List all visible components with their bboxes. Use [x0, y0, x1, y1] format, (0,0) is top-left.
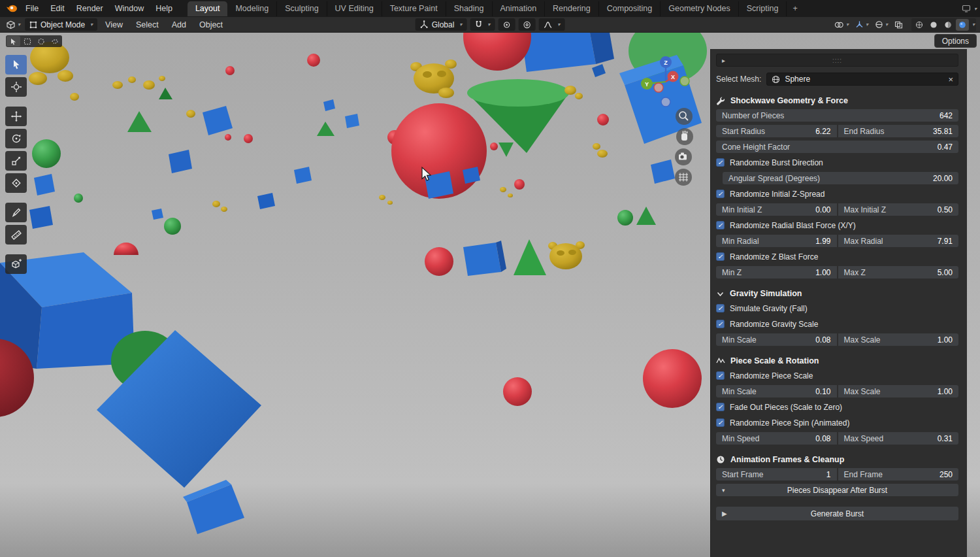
green-sphere[interactable] [32, 139, 61, 168]
menu-select[interactable]: Select [131, 20, 164, 29]
section-header-gravity[interactable]: Gravity Simulation [716, 289, 958, 298]
generate-burst-button[interactable]: ▶ Generate Burst [716, 507, 958, 520]
tab-shading[interactable]: Shading [446, 1, 493, 16]
checkbox-randomize-z-blast[interactable]: ✓ Randomize Z Blast Force [716, 250, 958, 263]
collapsed-panel-header[interactable]: ▸ :::: [716, 54, 958, 67]
add-workspace-button[interactable]: + [787, 1, 803, 16]
tab-texture-paint[interactable]: Texture Paint [382, 1, 446, 16]
shading-wireframe-button[interactable] [913, 19, 926, 31]
xray-toggle[interactable] [892, 20, 905, 30]
pieces-disappear-button[interactable]: ▾ Pieces Disappear After Burst [716, 484, 958, 496]
field-gravity-max-scale[interactable]: Max Scale 1.00 [838, 333, 959, 346]
menu-add[interactable]: Add [167, 20, 191, 29]
transform-tool[interactable] [5, 173, 27, 193]
snap-target-toggle[interactable] [498, 18, 515, 31]
select-mode-box[interactable] [20, 36, 34, 46]
select-mesh-dropdown[interactable]: Sphere × [766, 73, 958, 86]
field-min-speed[interactable]: Min Speed 0.08 [716, 432, 837, 445]
tab-uv-editing[interactable]: UV Editing [327, 1, 382, 16]
field-max-radial[interactable]: Max Radial 7.91 [838, 235, 959, 247]
editor-type-button[interactable]: ▾ [4, 19, 22, 31]
pan-icon[interactable] [676, 128, 693, 145]
shading-material-button[interactable] [941, 19, 955, 31]
options-button[interactable]: Options [934, 34, 977, 48]
shading-solid-button[interactable] [927, 19, 940, 31]
select-mode-circle[interactable] [34, 36, 48, 46]
checkbox-randomize-radial-blast[interactable]: ✓ Randomize Radial Blast Force (X/Y) [716, 219, 958, 231]
tab-compositing[interactable]: Compositing [599, 1, 661, 16]
annotate-tool[interactable] [5, 203, 27, 222]
menu-render[interactable]: Render [71, 0, 109, 17]
field-cone-height-factor[interactable]: Cone Height Factor 0.47 [716, 141, 958, 153]
menu-object[interactable]: Object [194, 20, 228, 29]
field-min-radial[interactable]: Min Radial 1.99 [716, 235, 837, 247]
select-mode-tweak[interactable] [7, 36, 20, 46]
field-gravity-scale-pair: Min Scale 0.08 Max Scale 1.00 [716, 333, 958, 346]
checkbox-randomize-piece-spin[interactable]: ✓ Randomize Piece Spin (Animated) [716, 416, 958, 429]
field-end-radius[interactable]: End Radius 35.81 [838, 125, 959, 137]
visibility-dropdown[interactable]: ▾ [832, 20, 851, 30]
field-angular-spread[interactable]: Angular Spread (Degrees) 20.00 [723, 172, 958, 184]
section-header-animation[interactable]: Animation Frames & Cleanup [716, 455, 958, 464]
field-min-z[interactable]: Min Z 1.00 [716, 266, 837, 278]
mode-selector[interactable]: Object Mode ▾ [25, 18, 97, 31]
field-piece-min-scale[interactable]: Min Scale 0.10 [716, 385, 837, 397]
transform-orientation-dropdown[interactable]: Global ▾ [416, 18, 467, 31]
tab-geometry-nodes[interactable]: Geometry Nodes [661, 1, 738, 16]
tab-scripting[interactable]: Scripting [739, 1, 787, 16]
add-primitive-tool[interactable] [5, 254, 27, 274]
shading-rendered-button[interactable] [956, 19, 969, 31]
blender-logo[interactable] [4, 2, 20, 15]
clear-mesh-button[interactable]: × [948, 75, 953, 84]
menu-help[interactable]: Help [150, 0, 178, 17]
menu-window[interactable]: Window [109, 0, 150, 17]
field-start-radius[interactable]: Start Radius 6.22 [716, 125, 837, 137]
field-max-initial-z[interactable]: Max Initial Z 0.50 [838, 203, 959, 216]
select-box-tool[interactable] [5, 55, 27, 75]
tab-sculpting[interactable]: Sculpting [277, 1, 327, 16]
scene-display-button[interactable]: ▾ [962, 5, 980, 12]
field-max-speed[interactable]: Max Speed 0.31 [838, 432, 959, 445]
tab-layout[interactable]: Layout [188, 1, 228, 16]
tab-animation[interactable]: Animation [493, 1, 546, 16]
menu-view[interactable]: View [100, 20, 128, 29]
checkbox-simulate-gravity[interactable]: ✓ Simulate Gravity (Fall) [716, 302, 958, 314]
checkbox-randomize-gravity-scale[interactable]: ✓ Randomize Gravity Scale [716, 318, 958, 330]
grid-toggle-icon[interactable] [675, 169, 692, 186]
snap-dropdown[interactable]: ▾ [470, 18, 495, 31]
gizmos-dropdown[interactable]: ▾ [853, 19, 870, 30]
section-header-shockwave[interactable]: Shockwave Geometry & Force [716, 96, 958, 105]
menu-file[interactable]: File [20, 0, 44, 17]
checkbox-fade-out-pieces[interactable]: ✓ Fade Out Pieces (Scale to Zero) [716, 401, 958, 413]
topbar: File Edit Render Window Help Layout Mode… [0, 0, 980, 17]
field-number-of-pieces[interactable]: Number of Pieces 642 [716, 109, 958, 122]
chevron-down-icon: ▾ [487, 22, 490, 27]
field-max-z[interactable]: Max Z 5.00 [838, 266, 959, 278]
select-mode-lasso[interactable] [48, 36, 61, 46]
checkbox-randomize-piece-scale[interactable]: ✓ Randomize Piece Scale [716, 369, 958, 382]
chevron-down-icon: ▾ [722, 487, 725, 494]
camera-view-icon[interactable] [675, 148, 692, 165]
checkbox-randomize-burst-direction[interactable]: ✓ Randomize Burst Direction [716, 156, 958, 169]
chevron-down-icon: ▾ [972, 22, 975, 27]
zoom-icon[interactable] [676, 108, 693, 125]
measure-tool[interactable] [5, 225, 27, 245]
falloff-dropdown[interactable]: ▾ [538, 18, 564, 31]
field-piece-max-scale[interactable]: Max Scale 1.00 [838, 385, 959, 397]
proportional-editing-toggle[interactable] [518, 18, 535, 31]
cursor-tool[interactable] [5, 77, 27, 97]
overlays-dropdown[interactable]: ▾ [873, 19, 890, 30]
scale-tool[interactable] [5, 151, 27, 171]
checkbox-randomize-initial-z-spread[interactable]: ✓ Randomize Initial Z-Spread [716, 188, 958, 200]
tab-rendering[interactable]: Rendering [545, 1, 599, 16]
field-min-initial-z[interactable]: Min Initial Z 0.00 [716, 203, 837, 216]
field-start-frame[interactable]: Start Frame 1 [716, 468, 837, 481]
field-end-frame[interactable]: End Frame 250 [838, 468, 959, 481]
move-tool[interactable] [5, 107, 27, 126]
section-header-piece-scale[interactable]: Piece Scale & Rotation [716, 356, 958, 365]
field-piece-scale-pair: Min Scale 0.10 Max Scale 1.00 [716, 385, 958, 397]
rotate-tool[interactable] [5, 129, 27, 148]
field-gravity-min-scale[interactable]: Min Scale 0.08 [716, 333, 837, 346]
tab-modeling[interactable]: Modeling [227, 1, 277, 16]
menu-edit[interactable]: Edit [44, 0, 71, 17]
